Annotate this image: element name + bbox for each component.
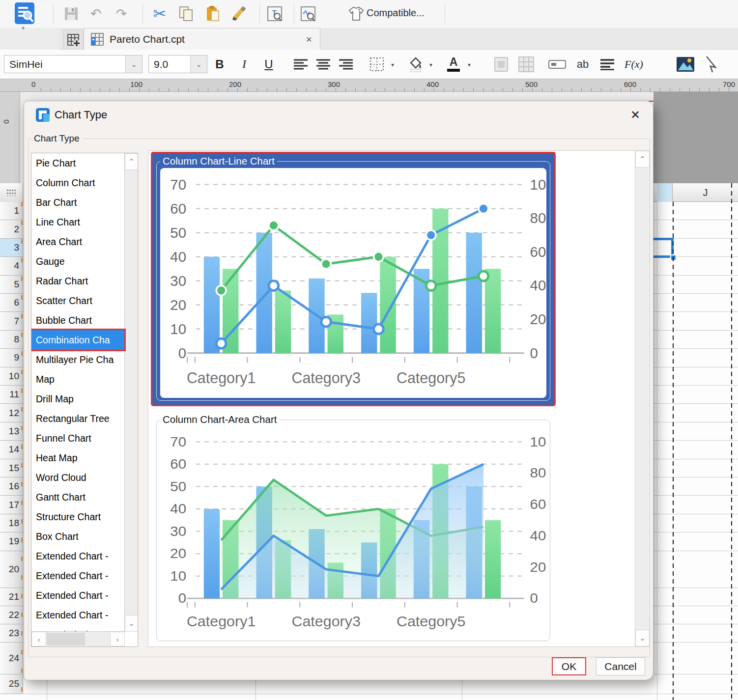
chevron-down-icon[interactable]: ▾ (468, 61, 471, 68)
list-item-funnel-chart[interactable]: Funnel Chart (31, 428, 124, 448)
preview-search-icon[interactable] (299, 5, 317, 23)
align-left-icon[interactable] (294, 55, 308, 73)
list-item-pie-chart[interactable]: Pie Chart (31, 153, 124, 173)
save-icon[interactable] (62, 5, 81, 23)
image-icon[interactable] (676, 55, 695, 73)
list-item-gantt-chart[interactable]: Gantt Chart (31, 487, 124, 507)
compatible-button[interactable]: Compatible... (367, 7, 425, 19)
scrollbar-thumb[interactable] (47, 633, 85, 645)
row-header-13[interactable]: 13 (0, 422, 23, 441)
row-header-19[interactable]: 19 (0, 532, 23, 551)
redo-icon[interactable]: ↷ (112, 5, 131, 23)
row-header-15[interactable]: 15 (0, 459, 23, 477)
scroll-up-icon[interactable]: ⌃ (635, 151, 650, 168)
chart-type-list[interactable]: Pie ChartColumn ChartBar ChartLine Chart… (31, 153, 138, 647)
list-item-heat-map[interactable]: Heat Map (31, 448, 124, 468)
list-item-area-chart[interactable]: Area Chart (31, 232, 124, 252)
list-item-bar-chart[interactable]: Bar Chart (31, 193, 124, 212)
list-item-rectangular-tree[interactable]: Rectangular Tree (31, 409, 124, 428)
preview-vertical-scrollbar[interactable]: ⌃ ⌄ (635, 151, 650, 646)
row-header-4[interactable]: 4 (0, 257, 23, 275)
list-item-extended-chart[interactable]: Extended Chart - (31, 586, 124, 605)
underline-button[interactable]: U (261, 55, 276, 73)
list-item-extended-chart[interactable]: Extended Chart - (31, 546, 124, 566)
font-family-select[interactable]: SimHei⌄ (4, 55, 142, 73)
list-item-column-chart[interactable]: Column Chart (31, 173, 124, 193)
close-icon[interactable]: ✕ (630, 108, 640, 122)
tab-pareto-chart[interactable]: Pareto Chart.cpt × (84, 28, 320, 50)
preview-column-line-chart[interactable]: Column Chart-Line Chart 0102030405060700… (152, 153, 554, 405)
row-header-7[interactable]: 7 (0, 312, 23, 330)
scroll-down-icon[interactable]: ⌄ (635, 630, 650, 646)
list-item-multilayer-pie-cha[interactable]: Multilayer Pie Cha (31, 350, 124, 369)
row-header-8[interactable]: 8 (0, 331, 23, 349)
row-header-25[interactable]: 25 (0, 674, 23, 694)
scroll-right-icon[interactable]: › (110, 632, 125, 646)
row-header-3[interactable]: 3 (0, 239, 23, 257)
scroll-left-icon[interactable]: ‹ (31, 632, 46, 646)
align-right-icon[interactable] (339, 55, 353, 73)
bold-button[interactable]: B (212, 55, 227, 73)
row-header-1[interactable]: 1 (0, 202, 23, 220)
list-item-gauge[interactable]: Gauge (31, 252, 124, 271)
logo-dropdown-caret[interactable]: ▾ (22, 25, 25, 31)
row-header-22[interactable]: 22 (0, 606, 23, 624)
dialog-header[interactable]: Chart Type ✕ (24, 101, 653, 129)
ok-button[interactable]: OK (552, 657, 586, 675)
copy-icon[interactable] (177, 5, 196, 23)
row-header-2[interactable]: 2 (0, 220, 23, 238)
row-header-21[interactable]: 21 (0, 588, 23, 606)
cut-icon[interactable]: ✂ (150, 5, 169, 23)
chevron-down-icon[interactable]: ⌄ (190, 56, 207, 73)
row-header-23[interactable]: 23 (0, 624, 23, 643)
row-header-17[interactable]: 17 (0, 496, 23, 514)
select-all-corner[interactable] (0, 183, 23, 202)
fill-color-icon[interactable] (408, 55, 424, 73)
row-header-16[interactable]: 16 (0, 477, 23, 496)
list-item-bubble-chart[interactable]: Bubble Chart (31, 310, 124, 330)
list-item-drill-map[interactable]: Drill Map (31, 389, 124, 409)
scroll-down-icon[interactable]: ⌄ (125, 615, 138, 632)
italic-button[interactable]: I (237, 55, 252, 73)
list-item-extended-chart[interactable]: Extended Chart - (31, 566, 124, 586)
scroll-up-icon[interactable]: ⌃ (125, 153, 138, 170)
row-header-11[interactable]: 11 (0, 386, 23, 404)
list-item-scatter-chart[interactable]: Scatter Chart (31, 291, 124, 310)
format-painter-icon[interactable] (229, 5, 248, 23)
row-header-12[interactable]: 12 (0, 404, 23, 422)
app-logo-icon[interactable] (14, 2, 36, 25)
list-item-structure-chart[interactable]: Structure Chart (31, 507, 124, 527)
column-header-j[interactable]: J (673, 183, 738, 202)
list-item-line-chart[interactable]: Line Chart (31, 212, 124, 232)
list-item-map[interactable]: Map (31, 369, 124, 389)
font-size-select[interactable]: 9.0⌄ (148, 55, 207, 73)
list-item-radar-chart[interactable]: Radar Chart (31, 271, 124, 291)
ab-text-icon[interactable]: ab (575, 55, 591, 73)
row-header-10[interactable]: 10 (0, 367, 23, 386)
new-tab-button[interactable] (63, 29, 84, 50)
cancel-button[interactable]: Cancel (596, 657, 645, 675)
row-header-6[interactable]: 6 (0, 294, 23, 312)
row-header-20[interactable]: 20 (0, 551, 23, 588)
pointer-icon[interactable] (703, 55, 719, 73)
paragraph-icon[interactable] (600, 55, 614, 73)
chevron-down-icon[interactable]: ⌄ (125, 56, 142, 73)
formula-icon[interactable]: F(x) (624, 55, 644, 73)
list-item-word-cloud[interactable]: Word Cloud (31, 468, 124, 487)
widget-icon[interactable] (548, 55, 566, 73)
chevron-down-icon[interactable]: ▾ (391, 61, 394, 68)
tab-close-icon[interactable]: × (306, 33, 312, 45)
list-item-box-chart[interactable]: Box Chart (31, 527, 124, 546)
chevron-down-icon[interactable]: ▾ (429, 61, 432, 68)
borders-icon[interactable] (369, 55, 384, 73)
row-header-24[interactable]: 24 (0, 643, 23, 674)
row-header-14[interactable]: 14 (0, 441, 23, 459)
row-header-9[interactable]: 9 (0, 349, 23, 367)
undo-icon[interactable]: ↶ (86, 5, 105, 23)
paste-icon[interactable] (203, 5, 222, 23)
font-color-icon[interactable]: A (446, 55, 461, 73)
list-item-extended-chart[interactable]: Extended Chart - (31, 605, 124, 625)
preview-column-area-chart[interactable]: Column Chart-Area Chart 0102030405060700… (152, 412, 554, 645)
align-center-icon[interactable] (316, 55, 330, 73)
row-header-5[interactable]: 5 (0, 276, 23, 294)
